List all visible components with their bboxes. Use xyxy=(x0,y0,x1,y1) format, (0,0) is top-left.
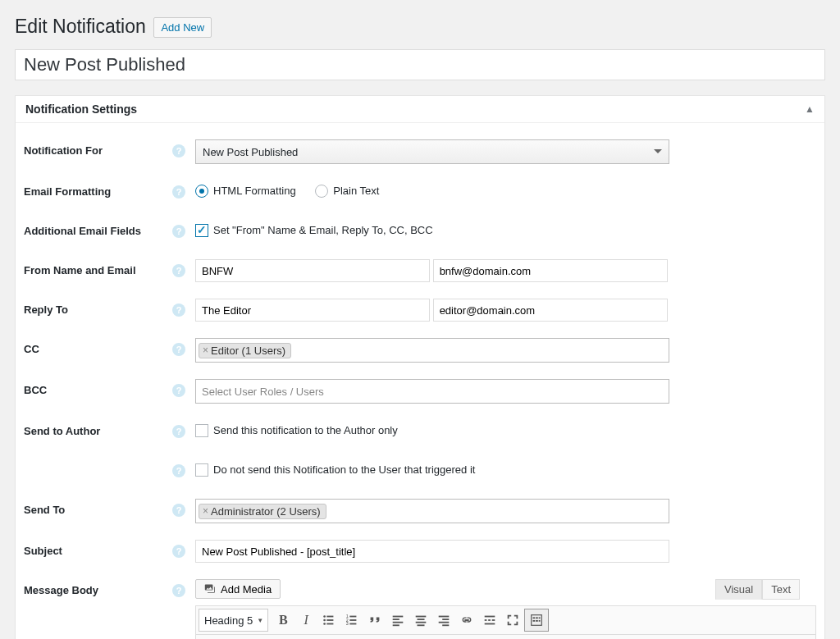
bulleted-list-button[interactable] xyxy=(317,609,340,631)
svg-rect-17 xyxy=(418,618,425,620)
svg-rect-1 xyxy=(327,616,334,618)
svg-rect-32 xyxy=(539,617,541,618)
from-name-input[interactable] xyxy=(195,259,430,282)
align-left-button[interactable] xyxy=(386,609,409,631)
radio-plain-input[interactable] xyxy=(315,185,328,198)
svg-rect-28 xyxy=(492,619,495,621)
notification-title-input[interactable] xyxy=(15,49,825,80)
additional-fields-checkbox-row[interactable]: Set "From" Name & Email, Reply To, CC, B… xyxy=(195,224,433,237)
radio-html-label: HTML Formatting xyxy=(213,185,296,197)
editor-tab-visual[interactable]: Visual xyxy=(715,579,762,600)
radio-html-input[interactable] xyxy=(195,185,208,198)
add-new-button[interactable]: Add New xyxy=(153,17,212,38)
additional-fields-checkbox[interactable] xyxy=(195,224,208,237)
svg-rect-13 xyxy=(393,618,399,620)
media-icon xyxy=(204,582,217,596)
link-button[interactable] xyxy=(455,609,478,631)
svg-rect-11 xyxy=(350,623,357,625)
editor-toolbar-row1: Heading 5 B I 123 xyxy=(195,605,816,635)
editor-tab-text[interactable]: Text xyxy=(762,579,800,600)
svg-rect-16 xyxy=(416,616,427,618)
format-select[interactable]: Heading 5 xyxy=(199,609,268,632)
send-to-token[interactable]: × Administrator (2 Users) xyxy=(199,504,326,519)
from-email-input[interactable] xyxy=(433,259,668,282)
send-to-token-label: Administrator (2 Users) xyxy=(211,505,321,518)
svg-rect-7 xyxy=(350,616,357,618)
bcc-placeholder: Select User Roles / Users xyxy=(202,386,324,398)
svg-point-2 xyxy=(324,619,326,622)
cc-token[interactable]: × Editor (1 Users) xyxy=(199,343,291,358)
reply-to-name-input[interactable] xyxy=(195,299,430,322)
align-right-button[interactable] xyxy=(432,609,455,631)
svg-rect-30 xyxy=(533,617,536,618)
reply-to-email-input[interactable] xyxy=(433,299,668,322)
svg-rect-12 xyxy=(393,616,404,618)
read-more-button[interactable] xyxy=(478,609,501,631)
svg-rect-34 xyxy=(536,620,538,622)
help-icon[interactable]: ? xyxy=(172,304,185,317)
subject-label: Subject xyxy=(24,532,172,571)
send-to-user-picker[interactable]: × Administrator (2 Users) xyxy=(195,499,669,523)
help-icon[interactable]: ? xyxy=(172,464,185,477)
send-author-checkbox[interactable] xyxy=(195,424,208,437)
send-author-checkbox-label: Send this notification to the Author onl… xyxy=(213,424,398,436)
radio-plain-text[interactable]: Plain Text xyxy=(315,185,379,198)
svg-rect-24 xyxy=(485,616,495,618)
italic-button[interactable]: I xyxy=(294,609,317,631)
svg-rect-26 xyxy=(485,619,487,621)
svg-rect-21 xyxy=(442,618,449,620)
svg-rect-22 xyxy=(439,622,450,623)
postbox-heading: Notification Settings xyxy=(25,103,137,116)
cc-token-label: Editor (1 Users) xyxy=(211,345,285,357)
bcc-user-picker[interactable]: Select User Roles / Users xyxy=(195,379,669,404)
svg-rect-15 xyxy=(393,624,399,626)
help-icon[interactable]: ? xyxy=(172,384,185,397)
additional-fields-label: Additional Email Fields xyxy=(24,212,172,251)
token-remove-icon[interactable]: × xyxy=(203,345,208,356)
help-icon[interactable]: ? xyxy=(172,185,185,199)
send-author-label: Send to Author xyxy=(24,412,172,451)
help-icon[interactable]: ? xyxy=(172,425,185,438)
svg-rect-31 xyxy=(536,617,538,618)
notification-for-label: Notification For xyxy=(24,131,172,172)
notification-for-select[interactable]: New Post Published xyxy=(195,139,669,164)
message-body-label: Message Body xyxy=(24,571,172,639)
from-label: From Name and Email xyxy=(24,251,172,290)
subject-input[interactable] xyxy=(195,540,669,563)
help-icon[interactable]: ? xyxy=(172,225,185,238)
collapse-toggle-icon[interactable]: ▲ xyxy=(805,103,815,115)
format-select-value: Heading 5 xyxy=(204,614,253,627)
svg-rect-5 xyxy=(327,623,334,625)
blockquote-button[interactable] xyxy=(363,609,386,631)
svg-rect-23 xyxy=(442,624,449,626)
token-remove-icon[interactable]: × xyxy=(203,505,208,517)
svg-rect-33 xyxy=(533,620,536,622)
toolbar-toggle-button[interactable] xyxy=(524,609,549,632)
bold-button[interactable]: B xyxy=(272,609,294,631)
fullscreen-button[interactable] xyxy=(501,609,524,631)
radio-html-formatting[interactable]: HTML Formatting xyxy=(195,185,296,198)
suppress-self-checkbox-row[interactable]: Do not send this Notification to the Use… xyxy=(195,463,475,477)
numbered-list-button[interactable]: 123 xyxy=(340,609,363,631)
editor-toolbar-row2: ABC A▼ T Ω ? xyxy=(195,635,816,639)
suppress-self-checkbox[interactable] xyxy=(195,463,208,477)
notification-for-value: New Post Published xyxy=(203,146,298,158)
help-icon[interactable]: ? xyxy=(172,584,185,597)
cc-label: CC xyxy=(24,330,172,371)
reply-to-label: Reply To xyxy=(24,290,172,330)
svg-rect-14 xyxy=(393,622,404,623)
help-icon[interactable]: ? xyxy=(172,343,185,356)
help-icon[interactable]: ? xyxy=(172,144,185,157)
align-center-button[interactable] xyxy=(409,609,432,631)
cc-user-picker[interactable]: × Editor (1 Users) xyxy=(195,338,669,363)
svg-rect-20 xyxy=(439,616,450,618)
email-formatting-label: Email Formatting xyxy=(24,172,172,212)
svg-rect-25 xyxy=(485,623,495,625)
svg-rect-9 xyxy=(350,619,357,621)
help-icon[interactable]: ? xyxy=(172,264,185,277)
add-media-button[interactable]: Add Media xyxy=(195,579,281,599)
help-icon[interactable]: ? xyxy=(172,504,185,517)
svg-point-4 xyxy=(324,623,326,625)
send-author-checkbox-row[interactable]: Send this notification to the Author onl… xyxy=(195,424,398,437)
help-icon[interactable]: ? xyxy=(172,545,185,558)
